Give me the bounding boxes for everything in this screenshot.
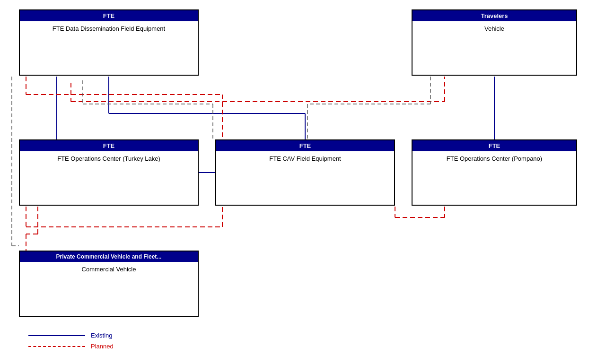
legend: Existing Planned — [28, 332, 114, 350]
legend-planned-line — [28, 346, 85, 347]
node-fte-operations-turkey-body: FTE Operations Center (Turkey Lake) — [20, 151, 198, 189]
diagram-container: FTE FTE Data Dissemination Field Equipme… — [0, 0, 597, 364]
legend-existing-line — [28, 335, 85, 336]
legend-planned-label: Planned — [91, 343, 114, 350]
node-private-commercial: Private Commercial Vehicle and Fleet... … — [19, 251, 199, 317]
node-fte-cav-field-body: FTE CAV Field Equipment — [216, 151, 394, 189]
node-travelers-vehicle-header: Travelers — [413, 10, 576, 21]
node-fte-operations-pompano-header: FTE — [413, 140, 576, 151]
node-fte-data-dissemination: FTE FTE Data Dissemination Field Equipme… — [19, 9, 199, 76]
node-travelers-vehicle-body: Vehicle — [413, 21, 576, 59]
node-fte-operations-turkey: FTE FTE Operations Center (Turkey Lake) — [19, 139, 199, 206]
node-fte-operations-pompano-body: FTE Operations Center (Pompano) — [413, 151, 576, 189]
node-fte-cav-field: FTE FTE CAV Field Equipment — [215, 139, 395, 206]
node-private-commercial-body: Commercial Vehicle — [20, 262, 198, 300]
node-private-commercial-header: Private Commercial Vehicle and Fleet... — [20, 251, 198, 262]
node-fte-operations-turkey-header: FTE — [20, 140, 198, 151]
node-travelers-vehicle: Travelers Vehicle — [412, 9, 577, 76]
legend-planned: Planned — [28, 343, 114, 350]
node-fte-cav-field-header: FTE — [216, 140, 394, 151]
legend-existing: Existing — [28, 332, 114, 339]
node-fte-data-dissemination-header: FTE — [20, 10, 198, 21]
node-fte-operations-pompano: FTE FTE Operations Center (Pompano) — [412, 139, 577, 206]
node-fte-data-dissemination-body: FTE Data Dissemination Field Equipment — [20, 21, 198, 59]
legend-existing-label: Existing — [91, 332, 113, 339]
